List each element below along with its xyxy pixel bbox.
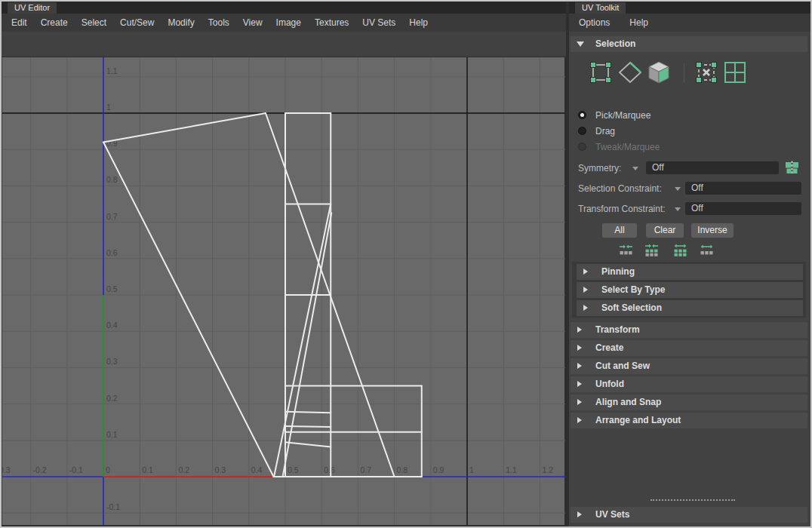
menu-select[interactable]: Select	[75, 17, 113, 28]
uv-canvas[interactable]: -0.3-0.2-0.100.10.20.30.40.50.60.70.80.9…	[2, 57, 564, 525]
section-arrange-and-layout[interactable]: Arrange and Layout	[571, 413, 807, 428]
transform-constraint-caret[interactable]	[675, 207, 681, 211]
svg-text:0.8: 0.8	[397, 465, 408, 474]
uv-editor-menubar: Edit Create Select Cut/Sew Modify Tools …	[2, 14, 566, 32]
section-transform[interactable]: Transform	[571, 322, 807, 338]
radio-drag[interactable]	[578, 127, 586, 135]
expander-right-icon	[577, 417, 582, 423]
section-cut-and-sew[interactable]: Cut and Sew	[571, 358, 807, 374]
toolkit-menu-options[interactable]: Options	[572, 17, 617, 28]
svg-text:0.2: 0.2	[178, 465, 189, 474]
uv-editor-toolbar: openPBR_shader1 RGB	[2, 32, 566, 57]
shrink-shell-selection-icon[interactable]	[644, 243, 659, 257]
menu-uv-sets[interactable]: UV Sets	[355, 17, 402, 28]
section-label: Create	[595, 342, 623, 353]
clear-button[interactable]: Clear	[646, 223, 684, 238]
section-label: Pinning	[601, 266, 635, 277]
radio-label-tweak-marquee: Tweak/Marquee	[595, 142, 660, 152]
section-selection[interactable]: Selection	[571, 36, 807, 52]
section-label: Soft Selection	[601, 302, 662, 313]
section-align-and-snap[interactable]: Align and Snap	[571, 394, 807, 410]
svg-text:0.2: 0.2	[106, 394, 118, 403]
svg-text:1.1: 1.1	[106, 66, 118, 75]
svg-text:-0.3: -0.3	[2, 465, 11, 474]
expander-down-icon	[577, 41, 584, 47]
icon-separator	[684, 63, 684, 83]
symmetry-value-field[interactable]: Off	[646, 161, 779, 174]
menu-tools[interactable]: Tools	[201, 17, 236, 28]
svg-text:0.5: 0.5	[106, 284, 118, 293]
svg-text:0.6: 0.6	[324, 465, 335, 474]
section-create[interactable]: Create	[571, 340, 807, 356]
selection-constraint-label[interactable]: Selection Constraint:	[578, 183, 662, 194]
section-label: UV Sets	[595, 509, 629, 520]
section-label: Transform	[595, 324, 640, 335]
section-uv-sets[interactable]: UV Sets	[571, 507, 807, 523]
uv-editor-tabstrip: UV Editor	[2, 2, 566, 14]
svg-text:0.1: 0.1	[106, 430, 118, 439]
svg-text:0.1: 0.1	[142, 465, 153, 474]
selection-constraint-field[interactable]: Off	[685, 182, 801, 195]
grow-shell-selection-icon[interactable]	[673, 243, 687, 257]
svg-text:-0.2: -0.2	[33, 465, 47, 474]
svg-text:0: 0	[106, 465, 110, 474]
face-selection-icon[interactable]	[646, 60, 672, 84]
edge-selection-icon[interactable]	[617, 60, 643, 84]
svg-text:1: 1	[469, 465, 474, 474]
all-button[interactable]: All	[602, 223, 637, 238]
toolkit-menu-help[interactable]: Help	[623, 17, 655, 28]
svg-text:0.6: 0.6	[106, 248, 118, 257]
menu-help[interactable]: Help	[402, 17, 435, 28]
menu-textures[interactable]: Textures	[308, 17, 355, 28]
radio-pick-marquee[interactable]	[578, 111, 586, 119]
svg-text:-0.1: -0.1	[106, 502, 120, 511]
menu-modify[interactable]: Modify	[161, 17, 201, 28]
menu-image[interactable]: Image	[269, 17, 308, 28]
svg-text:1.1: 1.1	[506, 465, 517, 474]
radio-dot	[580, 113, 584, 117]
selection-constraint-caret[interactable]	[675, 187, 681, 191]
section-select-by-type[interactable]: Select By Type	[577, 282, 803, 298]
uv-toolkit-menubar: Options Help	[569, 14, 810, 32]
expander-right-icon	[583, 287, 588, 293]
menu-cut-sew[interactable]: Cut/Sew	[113, 17, 161, 28]
svg-text:0.9: 0.9	[433, 465, 444, 474]
section-label: Selection	[595, 38, 635, 49]
transform-constraint-field[interactable]: Off	[685, 202, 801, 215]
radio-label-pick-marquee[interactable]: Pick/Marquee	[595, 110, 651, 121]
shrink-selection-icon[interactable]	[619, 243, 633, 257]
uv-selection-icon[interactable]	[694, 60, 718, 84]
expander-right-icon	[577, 399, 582, 405]
symmetry-icon[interactable]	[785, 161, 799, 175]
section-label: Cut and Sew	[595, 361, 650, 371]
expander-right-icon	[577, 381, 582, 387]
section-pinning[interactable]: Pinning	[577, 264, 803, 280]
svg-text:0.7: 0.7	[106, 212, 118, 221]
vertex-selection-icon[interactable]	[589, 60, 613, 84]
menu-edit[interactable]: Edit	[5, 17, 34, 28]
uv-shell-selection-icon[interactable]	[723, 60, 747, 84]
panel-resize-handle[interactable]	[651, 499, 735, 501]
grow-selection-icon[interactable]	[700, 243, 714, 257]
inverse-button[interactable]: Inverse	[691, 223, 734, 238]
expander-right-icon	[577, 345, 582, 351]
svg-text:0.8: 0.8	[106, 175, 118, 184]
symmetry-label[interactable]: Symmetry:	[578, 163, 621, 173]
section-label: Align and Snap	[595, 397, 661, 407]
uv-editor-tab[interactable]: UV Editor	[8, 2, 57, 14]
menu-view[interactable]: View	[236, 17, 269, 28]
radio-label-drag[interactable]: Drag	[595, 126, 615, 137]
uv-grid-svg: -0.3-0.2-0.100.10.20.30.40.50.60.70.80.9…	[2, 57, 565, 525]
symmetry-caret[interactable]	[632, 167, 638, 170]
uv-toolkit-tab[interactable]: UV Toolkit	[575, 2, 626, 14]
uv-toolkit-tabstrip: UV Toolkit	[569, 2, 810, 14]
section-label: Select By Type	[601, 284, 665, 295]
section-soft-selection[interactable]: Soft Selection	[577, 300, 803, 316]
expander-right-icon	[577, 363, 582, 369]
svg-text:0.3: 0.3	[106, 357, 118, 366]
transform-constraint-label[interactable]: Transform Constraint:	[578, 204, 666, 214]
section-unfold[interactable]: Unfold	[571, 376, 807, 392]
menu-create[interactable]: Create	[34, 17, 75, 28]
expander-right-icon	[577, 511, 582, 517]
svg-text:0.4: 0.4	[251, 465, 263, 474]
